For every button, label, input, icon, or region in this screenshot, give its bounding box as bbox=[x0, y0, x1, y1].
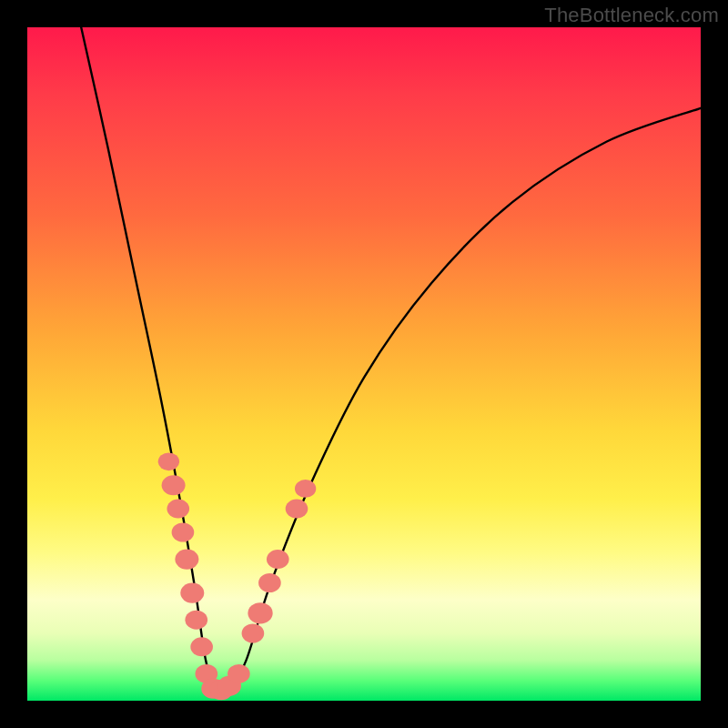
bottleneck-curve bbox=[81, 27, 701, 693]
bead-group bbox=[158, 452, 317, 700]
bead bbox=[190, 637, 213, 656]
bead bbox=[228, 664, 250, 683]
curve-svg bbox=[27, 27, 701, 701]
plot-area bbox=[27, 27, 701, 701]
bead bbox=[295, 480, 316, 498]
bead bbox=[167, 500, 189, 519]
chart-frame: TheBottleneck.com bbox=[0, 0, 728, 728]
bead bbox=[286, 500, 308, 519]
bead bbox=[267, 550, 289, 569]
bead bbox=[158, 452, 179, 470]
bead bbox=[162, 475, 186, 495]
bead bbox=[242, 624, 265, 643]
bead bbox=[258, 573, 281, 592]
bead bbox=[175, 550, 198, 570]
bead bbox=[248, 602, 272, 623]
bead bbox=[185, 611, 207, 630]
bead bbox=[180, 583, 204, 603]
watermark-text: TheBottleneck.com bbox=[544, 4, 719, 27]
bead bbox=[172, 523, 195, 542]
